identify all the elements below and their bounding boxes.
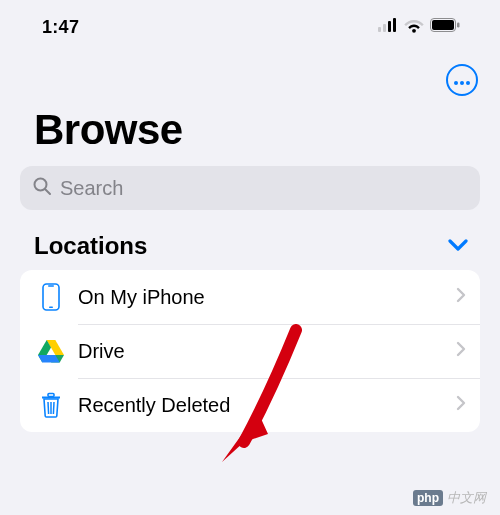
svg-point-9 (460, 81, 464, 85)
svg-rect-22 (48, 394, 54, 397)
search-icon (32, 176, 52, 200)
more-options-button[interactable] (446, 64, 478, 96)
title-row: Browse (0, 102, 500, 166)
search-wrap: Search (0, 166, 500, 232)
svg-rect-15 (49, 307, 53, 309)
svg-rect-3 (393, 18, 396, 32)
svg-rect-2 (388, 21, 391, 32)
locations-list: On My iPhone Drive (20, 270, 480, 432)
status-time: 1:47 (42, 17, 79, 38)
svg-rect-13 (43, 284, 59, 310)
svg-point-4 (412, 28, 416, 32)
iphone-icon (36, 283, 66, 311)
trash-icon (36, 392, 66, 418)
location-drive[interactable]: Drive (20, 324, 480, 378)
locations-section-header[interactable]: Locations (0, 232, 500, 270)
google-drive-icon (36, 340, 66, 363)
toolbar (0, 54, 500, 102)
chevron-right-icon (456, 341, 466, 361)
watermark-badge: php (413, 490, 443, 506)
svg-point-10 (466, 81, 470, 85)
status-indicators (378, 18, 460, 37)
watermark: php 中文网 (413, 489, 486, 507)
watermark-text: 中文网 (447, 489, 486, 507)
list-item-label: Drive (66, 340, 456, 363)
svg-line-23 (48, 402, 49, 414)
svg-line-12 (45, 189, 50, 194)
cellular-icon (378, 18, 398, 36)
chevron-right-icon (456, 395, 466, 415)
wifi-icon (404, 18, 424, 37)
battery-icon (430, 18, 460, 36)
location-recently-deleted[interactable]: Recently Deleted (20, 378, 480, 432)
svg-rect-0 (378, 27, 381, 32)
page-title: Browse (34, 106, 500, 154)
ellipsis-icon (454, 71, 470, 89)
svg-line-25 (53, 402, 54, 414)
chevron-down-icon (448, 237, 468, 255)
svg-point-8 (454, 81, 458, 85)
locations-title: Locations (34, 232, 147, 260)
svg-rect-1 (383, 24, 386, 32)
search-input[interactable]: Search (20, 166, 480, 210)
search-placeholder: Search (60, 177, 123, 200)
location-on-my-iphone[interactable]: On My iPhone (20, 270, 480, 324)
list-item-label: On My iPhone (66, 286, 456, 309)
svg-rect-6 (432, 20, 454, 30)
list-item-label: Recently Deleted (66, 394, 456, 417)
svg-rect-14 (48, 285, 54, 287)
svg-rect-7 (457, 23, 460, 28)
chevron-right-icon (456, 287, 466, 307)
status-bar: 1:47 (0, 0, 500, 54)
